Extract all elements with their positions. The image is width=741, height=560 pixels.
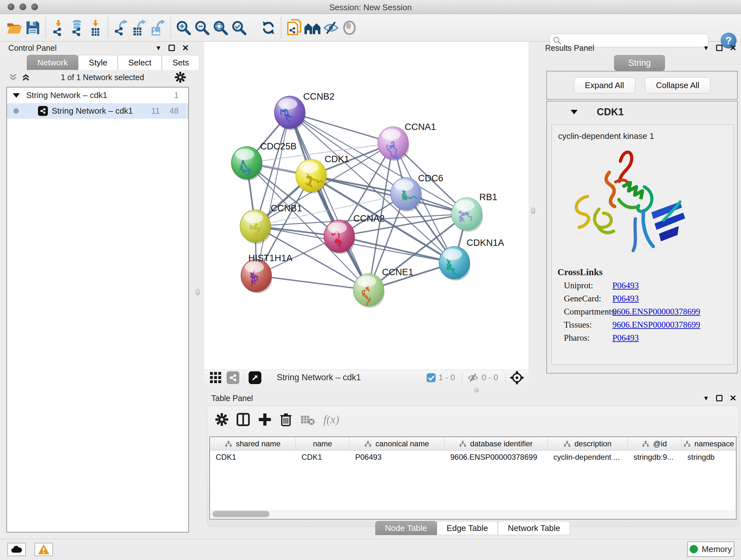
network-node-ccna1[interactable]: CCNA1 <box>378 122 436 161</box>
network-node-rb1[interactable]: RB1 <box>452 192 497 232</box>
network-row-selected[interactable]: String Network – cdk1 11 48 <box>7 103 188 119</box>
create-column-plus-icon[interactable] <box>258 413 272 426</box>
import-table-button[interactable] <box>86 18 105 38</box>
network-node-cdkn1a[interactable]: CDKN1A <box>439 238 504 281</box>
expand-all-networks-icon[interactable] <box>22 73 30 81</box>
results-panel-close-icon[interactable]: ✕ <box>730 43 737 53</box>
right-splitter-handle[interactable] <box>531 207 535 214</box>
status-bar: Memory <box>0 539 741 560</box>
column-header-shared-name[interactable]: shared name <box>210 437 296 450</box>
first-neighbors-button[interactable] <box>303 18 322 38</box>
tab-network-table[interactable]: Network Table <box>498 521 570 535</box>
network-collection-row[interactable]: String Network – cdk1 1 <box>7 87 188 103</box>
table-panel-float-icon[interactable] <box>716 395 723 401</box>
show-columns-icon[interactable] <box>237 413 250 426</box>
show-all-button[interactable] <box>340 18 359 38</box>
selected-checkbox-icon[interactable] <box>426 373 436 382</box>
tab-style[interactable]: Style <box>78 55 118 70</box>
crosslink-pharos-link[interactable]: P06493 <box>612 333 639 343</box>
cell-namespace[interactable]: stringdb <box>682 450 736 464</box>
new-network-from-selection-button[interactable] <box>285 18 303 38</box>
network-node-cdk1[interactable]: CDK1 <box>296 154 349 193</box>
control-panel-close-icon[interactable]: ✕ <box>182 43 189 53</box>
fit-selected-crosshair-icon[interactable] <box>510 371 524 385</box>
collapse-all-button[interactable]: Collapse All <box>645 77 711 94</box>
scrollbar-thumb[interactable] <box>212 511 269 517</box>
grid-view-icon[interactable] <box>209 371 222 384</box>
zoom-fit-button[interactable] <box>211 18 230 38</box>
cell-canonical-name[interactable]: P06493 <box>349 450 445 464</box>
export-image-button[interactable] <box>149 18 167 38</box>
collection-label: String Network – cdk1 <box>26 90 107 100</box>
bottom-splitter-handle[interactable] <box>474 388 479 392</box>
column-header-id[interactable]: @id <box>628 437 682 450</box>
tab-node-table[interactable]: Node Table <box>375 521 437 535</box>
cell-name[interactable]: CDK1 <box>296 450 349 464</box>
crosslink-uniprot-link[interactable]: P06493 <box>612 281 639 291</box>
network-graph[interactable]: CCNB2CCNA1CDC25BCDK1CDC6RB1CCNB1CCNA2CDK… <box>204 42 529 370</box>
import-network-from-database-button[interactable] <box>68 18 86 38</box>
zoom-in-icon <box>176 20 191 35</box>
network-node-ccnb2[interactable]: CCNB2 <box>274 91 334 130</box>
control-panel-collapse-icon[interactable]: ▼ <box>155 44 161 52</box>
import-network-button[interactable] <box>49 18 68 38</box>
results-panel-collapse-icon[interactable]: ▼ <box>703 44 709 52</box>
table-panel-collapse-icon[interactable]: ▼ <box>703 395 709 402</box>
results-panel-float-icon[interactable] <box>716 45 723 51</box>
crosslink-tissues-link[interactable]: 9606.ENSP00000378699 <box>612 320 700 330</box>
delete-column-trash-icon[interactable] <box>280 413 292 426</box>
tab-network[interactable]: Network <box>27 55 78 70</box>
export-table-button[interactable] <box>130 18 149 38</box>
network-options-gear-icon[interactable] <box>175 72 186 83</box>
hide-selected-button[interactable] <box>322 18 340 38</box>
crosslink-compartments-link[interactable]: 9606.ENSP00000378699 <box>612 307 700 317</box>
collapse-all-networks-icon[interactable] <box>9 73 17 81</box>
crosslink-row: GeneCard: P06493 <box>564 294 734 304</box>
column-type-icon <box>459 440 466 447</box>
tab-sets[interactable]: Sets <box>162 55 199 70</box>
network-tree: String Network – cdk1 1 String Network –… <box>6 87 189 533</box>
column-header-database-identifier[interactable]: database identifier <box>445 437 548 450</box>
column-type-icon <box>684 440 690 447</box>
open-session-button[interactable] <box>5 18 23 38</box>
column-header-canonical-name[interactable]: canonical name <box>349 437 445 450</box>
gene-section-collapse-icon[interactable] <box>570 110 578 114</box>
apply-layout-button[interactable] <box>259 18 278 38</box>
memory-button[interactable]: Memory <box>687 542 734 557</box>
network-edge-count: 48 <box>170 106 179 116</box>
birds-eye-view-icon[interactable] <box>249 371 261 384</box>
cloud-status-button[interactable] <box>7 543 26 556</box>
cell-id[interactable]: stringdb:9... <box>628 450 682 464</box>
tab-select[interactable]: Select <box>118 55 162 70</box>
export-network-button[interactable] <box>112 18 130 38</box>
tab-string[interactable]: String <box>614 55 665 71</box>
column-header-name[interactable]: name <box>296 437 349 450</box>
table-panel-close-icon[interactable]: ✕ <box>730 393 737 403</box>
zoom-fit-icon <box>213 20 228 35</box>
cell-shared-name[interactable]: CDK1 <box>210 450 296 464</box>
zoom-selected-button[interactable] <box>230 18 248 38</box>
tab-edge-table[interactable]: Edge Table <box>437 521 498 535</box>
table-panel-title: Table Panel <box>211 394 253 403</box>
collection-expand-icon[interactable] <box>13 93 20 98</box>
cell-database-identifier[interactable]: 9606.ENSP00000378699 <box>445 450 548 464</box>
table-row[interactable]: CDK1 CDK1 P06493 9606.ENSP00000378699 cy… <box>210 450 736 464</box>
zoom-out-button[interactable] <box>193 18 211 38</box>
network-node-ccne1[interactable]: CCNE1 <box>353 267 413 308</box>
column-header-description[interactable]: description <box>548 437 628 450</box>
network-node-hist1h1a[interactable]: HIST1H1A <box>241 253 293 294</box>
crosslink-genecard-link[interactable]: P06493 <box>612 294 639 304</box>
horizontal-scrollbar[interactable] <box>211 510 735 518</box>
zoom-in-button[interactable] <box>174 18 193 38</box>
column-header-namespace[interactable]: namespace <box>682 437 736 450</box>
cell-description[interactable]: cyclin-dependent ... <box>548 450 628 464</box>
expand-all-button[interactable]: Expand All <box>574 77 635 94</box>
table-options-gear-icon[interactable] <box>215 413 228 426</box>
left-splitter-handle[interactable] <box>196 289 200 295</box>
network-view-canvas[interactable]: CCNB2CCNA1CDC25BCDK1CDC6RB1CCNB1CCNA2CDK… <box>204 42 529 370</box>
network-node-cdc25b[interactable]: CDC25B <box>231 141 296 181</box>
control-panel-float-icon[interactable] <box>169 45 175 51</box>
warnings-button[interactable] <box>35 543 53 556</box>
network-view-share-icon[interactable] <box>226 371 239 384</box>
save-session-button[interactable] <box>23 18 42 38</box>
